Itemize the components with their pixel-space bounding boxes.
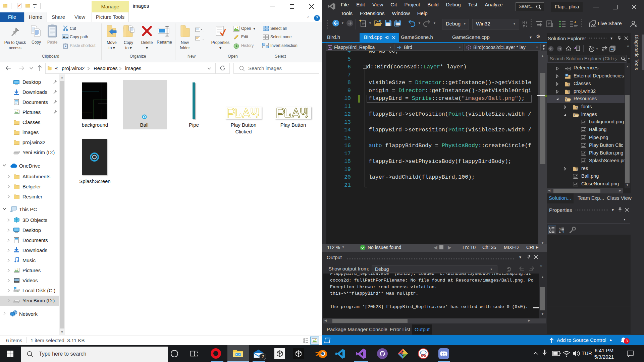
svg-text:Z: Z — [559, 230, 561, 233]
